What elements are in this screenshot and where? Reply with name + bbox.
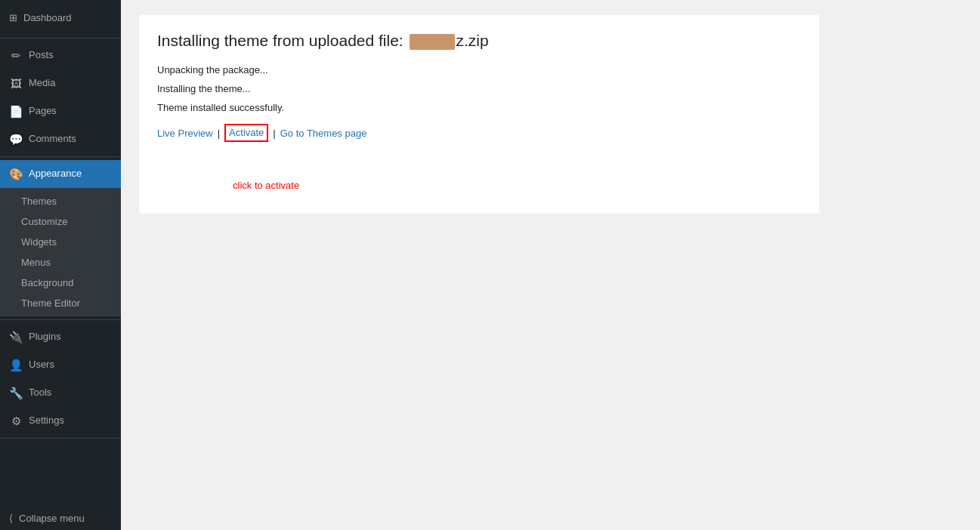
sidebar-item-users[interactable]: 👤 Users (0, 351, 121, 379)
activate-link[interactable]: Activate (229, 127, 264, 138)
tools-icon: 🔧 (9, 385, 23, 401)
sidebar-divider-2 (0, 319, 121, 320)
sidebar-label-plugins: Plugins (29, 330, 61, 344)
sidebar-item-appearance[interactable]: 🎨 Appearance (0, 160, 121, 188)
comments-icon: 💬 (9, 131, 23, 147)
sidebar-item-pages[interactable]: 📄 Pages (0, 97, 121, 125)
sidebar-label-settings: Settings (29, 414, 64, 427)
annotation-text: click to activate (233, 180, 801, 191)
pages-icon: 📄 (9, 103, 23, 119)
action-links: Live Preview | Activate | Go to Themes p… (157, 124, 801, 142)
appearance-icon: 🎨 (9, 166, 23, 182)
sidebar-label-media: Media (29, 76, 55, 90)
sidebar-divider-top (0, 38, 121, 39)
plugins-icon: 🔌 (9, 329, 23, 345)
sidebar-label-appearance: Appearance (29, 167, 82, 180)
sidebar-label-posts: Posts (29, 48, 54, 62)
sidebar-item-tools[interactable]: 🔧 Tools (0, 379, 121, 407)
sidebar-item-plugins[interactable]: 🔌 Plugins (0, 323, 121, 351)
page-title: Installing theme from uploaded file: z.z… (157, 30, 801, 51)
content-box: Installing theme from uploaded file: z.z… (139, 15, 819, 214)
sidebar-label-users: Users (29, 358, 54, 371)
dashboard-label: Dashboard (23, 12, 72, 23)
status-unpacking: Unpacking the package... (157, 64, 801, 75)
sidebar-item-media[interactable]: 🖼 Media (0, 69, 121, 97)
sidebar-item-comments[interactable]: 💬 Comments (0, 125, 121, 153)
submenu-customize[interactable]: Customize (0, 211, 121, 232)
activate-link-box: Activate (224, 124, 268, 142)
main-content: Installing theme from uploaded file: z.z… (121, 0, 980, 530)
submenu-themes[interactable]: Themes (0, 191, 121, 211)
sidebar: ⊞ Dashboard ✏ Posts 🖼 Media 📄 Pages 💬 Co… (0, 0, 121, 530)
sidebar-item-dashboard[interactable]: ⊞ Dashboard (0, 0, 121, 35)
appearance-submenu: Themes Customize Widgets Menus Backgroun… (0, 188, 121, 316)
collapse-icon: ⟨ (9, 513, 13, 524)
submenu-menus[interactable]: Menus (0, 252, 121, 273)
sidebar-label-comments: Comments (29, 132, 76, 146)
status-success: Theme installed successfully. (157, 102, 801, 113)
media-icon: 🖼 (9, 75, 23, 91)
live-preview-link[interactable]: Live Preview (157, 128, 213, 139)
collapse-label: Collapse menu (19, 513, 85, 524)
submenu-widgets[interactable]: Widgets (0, 232, 121, 252)
go-to-themes-link[interactable]: Go to Themes page (280, 128, 367, 139)
sidebar-item-settings[interactable]: ⚙ Settings (0, 407, 121, 435)
sidebar-label-tools: Tools (29, 386, 51, 399)
redacted-filename (410, 34, 455, 50)
collapse-menu-button[interactable]: ⟨ Collapse menu (0, 507, 121, 530)
submenu-background[interactable]: Background (0, 273, 121, 293)
sidebar-label-pages: Pages (29, 104, 57, 118)
submenu-theme-editor[interactable]: Theme Editor (0, 293, 121, 313)
status-installing: Installing the theme... (157, 83, 801, 94)
sidebar-item-posts[interactable]: ✏ Posts (0, 42, 121, 69)
users-icon: 👤 (9, 357, 23, 373)
settings-icon: ⚙ (9, 413, 23, 429)
posts-icon: ✏ (9, 48, 23, 63)
sidebar-divider-3 (0, 438, 121, 439)
sidebar-divider-1 (0, 156, 121, 157)
dashboard-icon: ⊞ (9, 12, 17, 23)
